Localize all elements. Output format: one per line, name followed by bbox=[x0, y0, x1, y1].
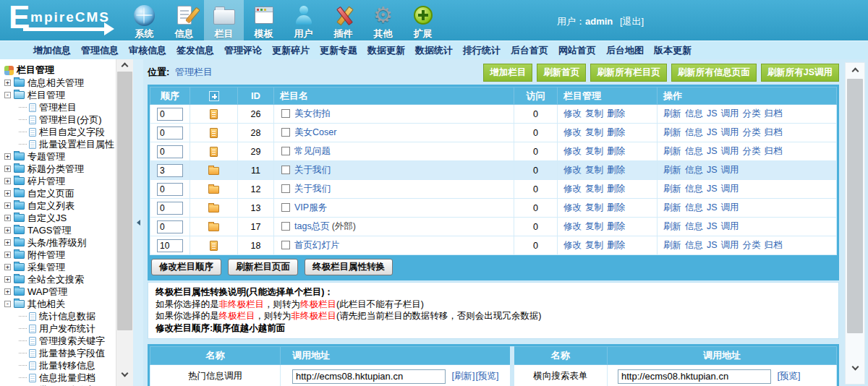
expand-plus-icon[interactable] bbox=[4, 153, 11, 160]
row-checkbox[interactable] bbox=[281, 241, 290, 249]
modify-link[interactable]: 修改 bbox=[563, 221, 582, 231]
scroll-up-arrow[interactable] bbox=[116, 59, 133, 71]
copy-link[interactable]: 复制 bbox=[585, 184, 603, 194]
sidebar-item-wap-mgmt[interactable]: WAP管理 bbox=[4, 286, 116, 298]
collapse-minus-icon[interactable] bbox=[4, 92, 11, 98]
js-link[interactable]: JS bbox=[707, 146, 718, 156]
nav-sign-info[interactable]: 签发信息 bbox=[176, 44, 214, 57]
copy-link[interactable]: 复制 bbox=[585, 146, 603, 156]
info-link[interactable]: 信息 bbox=[685, 184, 703, 194]
delete-link[interactable]: 删除 bbox=[607, 146, 625, 156]
sidebar-item-column-custom-fields[interactable]: 栏目自定义字段 bbox=[4, 126, 116, 138]
row-checkbox[interactable] bbox=[281, 184, 290, 193]
order-input[interactable] bbox=[157, 220, 183, 233]
classify-link[interactable]: 分类 bbox=[743, 108, 761, 119]
expand-plus-icon[interactable] bbox=[4, 288, 11, 295]
info-link[interactable]: 信息 bbox=[685, 221, 703, 231]
add-column-button[interactable]: 增加栏目 bbox=[483, 64, 532, 82]
refresh-link[interactable]: 刷新 bbox=[663, 240, 681, 250]
call-link[interactable]: 调用 bbox=[721, 108, 739, 119]
modify-link[interactable]: 修改 bbox=[563, 146, 582, 156]
order-input[interactable] bbox=[157, 164, 183, 177]
delete-link[interactable]: 删除 bbox=[607, 184, 625, 194]
sidebar-item-info-mgmt[interactable]: 信息相关管理 bbox=[4, 77, 116, 89]
modify-link[interactable]: 修改 bbox=[563, 184, 582, 194]
order-input[interactable] bbox=[157, 108, 183, 121]
column-name-link[interactable]: 常见问题 bbox=[294, 146, 331, 156]
tab-other[interactable]: ⚙ 其他 bbox=[363, 0, 403, 40]
tab-user[interactable]: 用户 bbox=[284, 0, 323, 40]
scrollbar-thumb[interactable] bbox=[117, 72, 132, 330]
delete-link[interactable]: 删除 bbox=[607, 221, 625, 231]
call-link[interactable]: 调用 bbox=[721, 184, 739, 194]
expand-plus-icon[interactable] bbox=[4, 166, 11, 172]
tab-plugin[interactable]: 插件 bbox=[323, 0, 363, 40]
expand-plus-icon[interactable] bbox=[4, 215, 11, 221]
call-link[interactable]: 调用 bbox=[721, 202, 739, 213]
delete-link[interactable]: 删除 bbox=[607, 202, 625, 213]
column-name-link[interactable]: 美女街拍 bbox=[294, 108, 331, 119]
scrollbar-thumb[interactable] bbox=[847, 79, 863, 333]
classify-link[interactable]: 分类 bbox=[743, 146, 761, 156]
classify-link[interactable]: 分类 bbox=[743, 240, 761, 250]
info-link[interactable]: 信息 bbox=[685, 127, 703, 137]
order-input[interactable] bbox=[157, 183, 183, 196]
copy-link[interactable]: 复制 bbox=[585, 127, 603, 137]
sidebar-item-manage-columns-paged[interactable]: 管理栏目(分页) bbox=[4, 113, 116, 126]
copy-link[interactable]: 复制 bbox=[585, 165, 603, 175]
expand-plus-icon[interactable] bbox=[4, 264, 11, 270]
nav-admin-home[interactable]: 后台首页 bbox=[511, 44, 548, 57]
column-name-link[interactable]: tags总页 bbox=[294, 221, 330, 231]
sidebar-item-manage-columns[interactable]: 管理栏目 bbox=[4, 101, 116, 113]
expand-plus-icon[interactable] bbox=[4, 80, 11, 86]
js-link[interactable]: JS bbox=[707, 127, 718, 137]
terminal-attr-convert-button[interactable]: 终极栏目属性转换 bbox=[305, 259, 393, 275]
call-link[interactable]: 调用 bbox=[721, 146, 739, 156]
js-link[interactable]: JS bbox=[707, 184, 718, 194]
copy-link[interactable]: 复制 bbox=[585, 202, 603, 213]
sidebar-item-fragment-mgmt[interactable]: 碎片管理 bbox=[4, 175, 116, 187]
expand-all-icon[interactable] bbox=[209, 91, 219, 101]
js-link[interactable]: JS bbox=[707, 202, 718, 213]
nav-review-info[interactable]: 审核信息 bbox=[129, 44, 166, 57]
collapse-sidebar-arrow-icon[interactable] bbox=[137, 220, 140, 226]
copy-link[interactable]: 复制 bbox=[585, 108, 603, 119]
refresh-link[interactable]: 刷新 bbox=[663, 146, 681, 156]
order-input[interactable] bbox=[157, 126, 183, 140]
info-link[interactable]: 信息 bbox=[685, 240, 703, 250]
sidebar-item-headline-level[interactable]: 头条/推荐级别 bbox=[4, 236, 116, 249]
row-checkbox[interactable] bbox=[281, 203, 290, 212]
column-name-link[interactable]: 关于我们 bbox=[294, 165, 331, 175]
classify-link[interactable]: 分类 bbox=[743, 127, 761, 137]
call-url-input[interactable] bbox=[618, 369, 771, 384]
tab-info[interactable]: 信息 bbox=[164, 0, 204, 40]
sidebar-item-tags-mgmt[interactable]: TAGS管理 bbox=[4, 224, 116, 236]
preview-link[interactable]: [预览] bbox=[475, 371, 498, 381]
refresh-all-js-button[interactable]: 刷新所有JS调用 bbox=[761, 64, 839, 82]
sidebar-scrollbar[interactable] bbox=[116, 59, 133, 386]
archive-link[interactable]: 归档 bbox=[765, 108, 783, 119]
row-checkbox[interactable] bbox=[281, 222, 290, 231]
refresh-all-info-pages-button[interactable]: 刷新所有信息页面 bbox=[671, 64, 757, 82]
js-link[interactable]: JS bbox=[707, 240, 718, 250]
nav-add-info[interactable]: 增加信息 bbox=[33, 44, 71, 57]
nav-data-stats[interactable]: 数据统计 bbox=[415, 44, 453, 57]
modify-order-button[interactable]: 修改栏目顺序 bbox=[151, 259, 221, 275]
copy-link[interactable]: 复制 bbox=[585, 240, 603, 250]
sidebar-item-user-publish-stats[interactable]: 用户发布统计 bbox=[4, 322, 116, 335]
archive-link[interactable]: 归档 bbox=[765, 127, 783, 137]
refresh-column-pages-button[interactable]: 刷新栏目页面 bbox=[228, 259, 298, 275]
expand-plus-icon[interactable] bbox=[4, 239, 11, 246]
tab-system[interactable]: 系统 bbox=[124, 0, 164, 40]
sidebar-item-topic-mgmt[interactable]: 专题管理 bbox=[4, 150, 116, 163]
nav-update-fragments[interactable]: 更新碎片 bbox=[272, 44, 310, 57]
expand-plus-icon[interactable] bbox=[4, 252, 11, 258]
refresh-link[interactable]: [刷新] bbox=[451, 371, 475, 381]
nav-version-update[interactable]: 版本更新 bbox=[654, 44, 692, 57]
expand-plus-icon[interactable] bbox=[4, 190, 11, 197]
breadcrumb-current-link[interactable]: 管理栏目 bbox=[175, 67, 213, 77]
sidebar-item-batch-move-info[interactable]: 批量转移信息 bbox=[4, 359, 116, 372]
modify-link[interactable]: 修改 bbox=[563, 240, 582, 250]
sidebar-item-custom-js[interactable]: 自定义JS bbox=[4, 212, 116, 224]
archive-link[interactable]: 归档 bbox=[765, 146, 783, 156]
